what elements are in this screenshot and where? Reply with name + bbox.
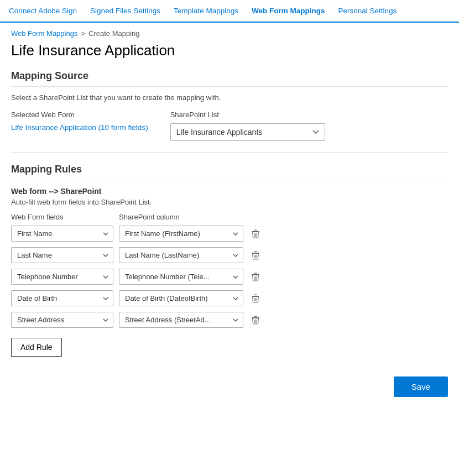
nav-personal-settings[interactable]: Personal Settings — [338, 7, 397, 15]
sharepoint-list-label: SharePoint List — [170, 111, 325, 119]
nav-web-form-mappings[interactable]: Web Form Mappings — [252, 7, 325, 15]
page-title: Life Insurance Application — [0, 40, 459, 70]
section-divider — [11, 152, 448, 153]
mapping-source-title: Mapping Source — [11, 70, 448, 87]
breadcrumb-separator: > — [81, 29, 85, 38]
top-navigation: Connect Adobe Sign Signed Files Settings… — [0, 0, 459, 23]
trash-icon — [251, 229, 260, 239]
sp-column-select-1[interactable]: First Name (FirstName)Last Name (LastNam… — [119, 247, 243, 263]
rule-row: First NameLast NameTelephone NumberDate … — [11, 290, 448, 306]
mapping-rules-description: Auto-fill web form fields into SharePoin… — [11, 198, 448, 206]
breadcrumb: Web Form Mappings > Create Mapping — [0, 23, 459, 40]
svg-rect-6 — [254, 251, 257, 252]
trash-icon — [251, 294, 260, 304]
web-field-select-4[interactable]: First NameLast NameTelephone NumberDate … — [11, 312, 113, 328]
rule-row: First NameLast NameTelephone NumberDate … — [11, 312, 448, 328]
rule-row: First NameLast NameTelephone NumberDate … — [11, 226, 448, 242]
nav-signed-files-settings[interactable]: Signed Files Settings — [90, 7, 160, 15]
add-rule-button[interactable]: Add Rule — [11, 338, 62, 357]
mapping-source-grid: Selected Web Form Life Insurance Applica… — [11, 111, 448, 141]
sp-column-select-3[interactable]: First Name (FirstName)Last Name (LastNam… — [119, 290, 243, 306]
selected-web-form-col: Selected Web Form Life Insurance Applica… — [11, 111, 148, 132]
nav-template-mappings[interactable]: Template Mappings — [174, 7, 238, 15]
delete-rule-button-1[interactable] — [249, 248, 262, 263]
breadcrumb-parent[interactable]: Web Form Mappings — [11, 29, 77, 38]
mapping-direction-label: Web form --> SharePoint — [11, 187, 448, 196]
delete-rule-button-2[interactable] — [249, 270, 262, 284]
svg-rect-21 — [254, 316, 257, 316]
svg-rect-16 — [254, 294, 257, 295]
rule-row: First NameLast NameTelephone NumberDate … — [11, 247, 448, 263]
svg-rect-11 — [254, 273, 257, 273]
trash-icon — [251, 250, 260, 260]
save-button[interactable]: Save — [394, 376, 448, 397]
web-form-fields-header: Web Form fields — [11, 213, 113, 221]
fields-header: Web Form fields SharePoint column — [11, 213, 448, 221]
web-field-select-1[interactable]: First NameLast NameTelephone NumberDate … — [11, 247, 113, 263]
web-field-select-2[interactable]: First NameLast NameTelephone NumberDate … — [11, 269, 113, 285]
mapping-source-section: Mapping Source Select a SharePoint List … — [0, 70, 459, 152]
rule-row: First NameLast NameTelephone NumberDate … — [11, 269, 448, 285]
sp-column-select-0[interactable]: First Name (FirstName)Last Name (LastNam… — [119, 226, 243, 242]
sharepoint-list-col: SharePoint List Life Insurance Applicant… — [170, 111, 325, 141]
delete-rule-button-3[interactable] — [249, 291, 262, 306]
mapping-source-description: Select a SharePoint List that you want t… — [11, 93, 448, 102]
sp-column-select-4[interactable]: First Name (FirstName)Last Name (LastNam… — [119, 312, 243, 328]
mapping-rules-section: Mapping Rules Web form --> SharePoint Au… — [0, 164, 459, 368]
delete-rule-button-0[interactable] — [249, 227, 262, 241]
trash-icon — [251, 272, 260, 282]
web-field-select-3[interactable]: First NameLast NameTelephone NumberDate … — [11, 290, 113, 306]
svg-rect-1 — [254, 229, 257, 230]
web-field-select-0[interactable]: First NameLast NameTelephone NumberDate … — [11, 226, 113, 242]
sharepoint-column-header: SharePoint column — [119, 213, 246, 221]
trash-icon — [251, 315, 260, 325]
sharepoint-list-select[interactable]: Life Insurance Applicants Insurance Lead… — [170, 123, 325, 141]
delete-rule-button-4[interactable] — [249, 313, 262, 327]
save-area: Save — [0, 368, 459, 406]
breadcrumb-current: Create Mapping — [88, 29, 140, 38]
selected-web-form-label: Selected Web Form — [11, 111, 148, 119]
selected-web-form-value: Life Insurance Application (10 form fiel… — [11, 123, 148, 132]
nav-connect-adobe-sign[interactable]: Connect Adobe Sign — [9, 7, 77, 15]
mapping-rules-title: Mapping Rules — [11, 164, 448, 180]
rules-container: First NameLast NameTelephone NumberDate … — [11, 226, 448, 328]
sp-column-select-2[interactable]: First Name (FirstName)Last Name (LastNam… — [119, 269, 243, 285]
